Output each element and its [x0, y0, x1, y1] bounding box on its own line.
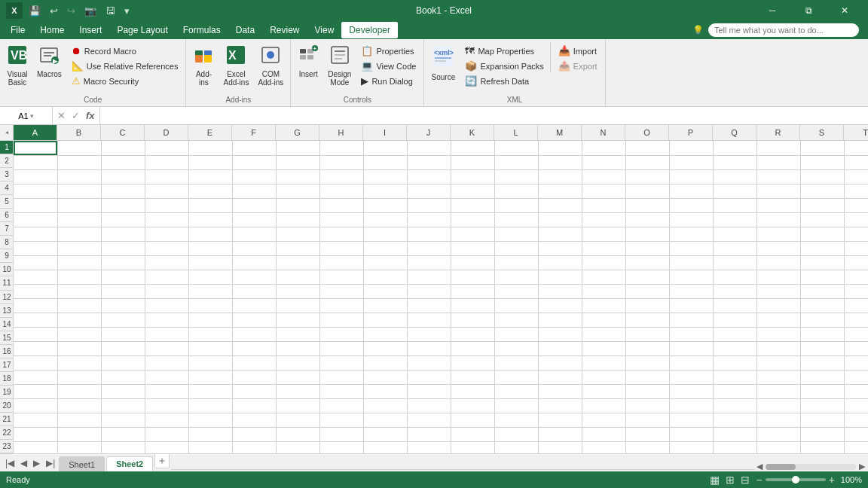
visual-basic-button[interactable]: VB VisualBasic: [3, 42, 32, 89]
use-relative-references-button[interactable]: 📐 Use Relative References: [67, 59, 183, 73]
cell-R22[interactable]: [756, 441, 800, 453]
cell-K1[interactable]: [451, 141, 494, 155]
col-header-L[interactable]: L: [494, 125, 538, 140]
cell-I16[interactable]: [363, 355, 407, 370]
cell-Q21[interactable]: [713, 427, 756, 441]
cell-T2[interactable]: [844, 155, 868, 169]
cell-R14[interactable]: [756, 327, 800, 341]
cell-R15[interactable]: [756, 341, 800, 355]
cell-C11[interactable]: [101, 284, 145, 298]
cell-L4[interactable]: [494, 184, 538, 198]
cell-H1[interactable]: [319, 141, 363, 155]
cell-L14[interactable]: [494, 327, 538, 341]
cell-T20[interactable]: [844, 413, 868, 427]
cell-B13[interactable]: [57, 313, 101, 327]
cell-P5[interactable]: [669, 198, 713, 212]
cell-F6[interactable]: [232, 212, 276, 227]
cell-D10[interactable]: [145, 270, 188, 284]
cell-I7[interactable]: [363, 227, 407, 241]
cell-B19[interactable]: [57, 398, 101, 413]
cell-F16[interactable]: [232, 355, 276, 370]
minimize-button[interactable]: ─: [755, 0, 790, 21]
cell-T10[interactable]: [844, 270, 868, 284]
cell-R20[interactable]: [756, 413, 800, 427]
cell-D4[interactable]: [145, 184, 188, 198]
cell-B22[interactable]: [57, 441, 101, 453]
cell-T12[interactable]: [844, 298, 868, 313]
cell-I12[interactable]: [363, 298, 407, 313]
cell-D19[interactable]: [145, 398, 188, 413]
next-sheet-btn[interactable]: ▶: [31, 458, 42, 468]
cell-O9[interactable]: [625, 255, 669, 270]
cell-E1[interactable]: [188, 141, 232, 155]
cell-I8[interactable]: [363, 241, 407, 255]
col-header-D[interactable]: D: [145, 125, 188, 140]
row-header-10[interactable]: 10: [0, 263, 14, 276]
cell-M20[interactable]: [538, 413, 582, 427]
cell-T6[interactable]: [844, 212, 868, 227]
cell-I13[interactable]: [363, 313, 407, 327]
cell-Q12[interactable]: [713, 298, 756, 313]
cell-R3[interactable]: [756, 169, 800, 184]
cell-H11[interactable]: [319, 284, 363, 298]
cell-O5[interactable]: [625, 198, 669, 212]
cell-L7[interactable]: [494, 227, 538, 241]
cell-G6[interactable]: [276, 212, 319, 227]
cell-G14[interactable]: [276, 327, 319, 341]
cell-A5[interactable]: [14, 198, 57, 212]
cell-H10[interactable]: [319, 270, 363, 284]
cell-O19[interactable]: [625, 398, 669, 413]
cell-P14[interactable]: [669, 327, 713, 341]
cell-O7[interactable]: [625, 227, 669, 241]
cell-K20[interactable]: [451, 413, 494, 427]
cell-D8[interactable]: [145, 241, 188, 255]
cell-N10[interactable]: [582, 270, 625, 284]
cell-T17[interactable]: [844, 370, 868, 384]
cell-C9[interactable]: [101, 255, 145, 270]
cell-S11[interactable]: [800, 284, 844, 298]
cell-H21[interactable]: [319, 427, 363, 441]
cell-O11[interactable]: [625, 284, 669, 298]
cell-G5[interactable]: [276, 198, 319, 212]
cell-R11[interactable]: [756, 284, 800, 298]
cell-J6[interactable]: [407, 212, 451, 227]
cell-F3[interactable]: [232, 169, 276, 184]
cell-Q17[interactable]: [713, 370, 756, 384]
cell-A18[interactable]: [14, 384, 57, 398]
refresh-data-button[interactable]: 🔄 Refresh Data: [460, 74, 548, 88]
cell-D2[interactable]: [145, 155, 188, 169]
cell-P20[interactable]: [669, 413, 713, 427]
cell-J8[interactable]: [407, 241, 451, 255]
cell-J14[interactable]: [407, 327, 451, 341]
cell-J3[interactable]: [407, 169, 451, 184]
cell-D12[interactable]: [145, 298, 188, 313]
cell-Q5[interactable]: [713, 198, 756, 212]
cell-H16[interactable]: [319, 355, 363, 370]
cell-O17[interactable]: [625, 370, 669, 384]
cell-D18[interactable]: [145, 384, 188, 398]
cell-D20[interactable]: [145, 413, 188, 427]
cell-P16[interactable]: [669, 355, 713, 370]
cell-F20[interactable]: [232, 413, 276, 427]
cell-D3[interactable]: [145, 169, 188, 184]
cell-I4[interactable]: [363, 184, 407, 198]
cell-F4[interactable]: [232, 184, 276, 198]
prev-sheet-btn[interactable]: ◀: [18, 458, 29, 468]
cell-T16[interactable]: [844, 355, 868, 370]
cell-E10[interactable]: [188, 270, 232, 284]
cell-S22[interactable]: [800, 441, 844, 453]
cell-G2[interactable]: [276, 155, 319, 169]
cell-N17[interactable]: [582, 370, 625, 384]
cell-M8[interactable]: [538, 241, 582, 255]
cell-G17[interactable]: [276, 370, 319, 384]
menu-home[interactable]: Home: [32, 22, 72, 38]
cell-T4[interactable]: [844, 184, 868, 198]
cell-I22[interactable]: [363, 441, 407, 453]
row-header-6[interactable]: 6: [0, 209, 14, 222]
cell-T11[interactable]: [844, 284, 868, 298]
cell-L8[interactable]: [494, 241, 538, 255]
cell-G1[interactable]: [276, 141, 319, 155]
camera-icon[interactable]: 📷: [81, 4, 99, 18]
cell-S9[interactable]: [800, 255, 844, 270]
cancel-formula-icon[interactable]: ✕: [56, 110, 67, 121]
